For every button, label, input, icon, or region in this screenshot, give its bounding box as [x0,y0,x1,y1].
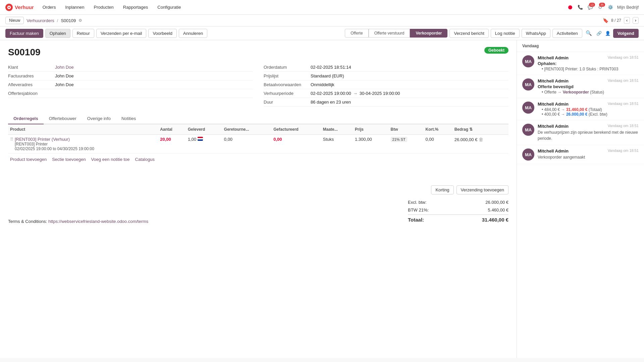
afleveradres-value: John Doe [55,82,74,87]
add-product-link[interactable]: Product toevoegen [10,157,47,162]
tab-notities[interactable]: Notities [116,113,141,124]
volgende-button[interactable]: Volgend [613,29,639,38]
company-name[interactable]: Mijn Bedrijf [617,5,639,10]
step-offerte-verstuurd[interactable]: Offerte verstuurd [369,29,410,38]
nav-rapportages[interactable]: Rapportages [120,3,151,11]
nav-prev-button[interactable]: ‹ [624,17,630,24]
avatar-1: MA [522,55,534,67]
col-btw: Btw [389,124,424,135]
verzending-toevoegen-button[interactable]: Verzending toevoegen [457,185,508,194]
nav-next-button[interactable]: › [633,17,639,24]
msg-content-1: Mitchell Admin Vandaag om 18:51 Ophalen:… [538,55,639,71]
tab-overige-info[interactable]: Overige info [82,113,116,124]
nav-inplannen[interactable]: Inplannen [62,3,88,11]
excl-btw-label: Excl. btw: [408,200,427,205]
nav-producten[interactable]: Producten [91,3,117,11]
cell-prijs[interactable]: 1.300,00 [353,135,389,154]
breadcrumb-separator: / [57,18,58,23]
cell-aantal[interactable]: 20,00 [158,135,186,154]
chat-message-4: MA Mitchell Admin Vandaag om 18:51 De ve… [517,120,644,145]
msg-content-4: Mitchell Admin Vandaag om 18:51 De verhu… [538,124,639,141]
chatter-date-header: Vandaag [517,40,644,52]
col-aantal: Aantal [158,124,186,135]
prijslijst-label: Prijslijst [264,73,311,78]
factuur-maken-button[interactable]: Factuur maken [5,29,43,38]
action-bar: Factuur maken Ophalen Retour Verzenden p… [0,26,644,40]
annuleren-button[interactable]: Annuleren [179,29,207,38]
sort-handle[interactable]: ⠿ [10,137,13,142]
verzend-bericht-button[interactable]: Verzend bericht [449,29,488,38]
tax-badge: 21% ST [391,137,407,142]
retour-button[interactable]: Retour [72,29,94,38]
msg-header-4: Mitchell Admin Vandaag om 18:51 [538,124,639,129]
product-name[interactable]: [RENT003] Printer (Verhuur) [15,137,94,142]
gefactureerd-value: 0,00 [273,137,282,142]
klant-value[interactable]: John Doe [55,65,74,70]
totals-section: Korting Verzending toevoegen Terms & Con… [8,185,508,224]
voorbeeld-button[interactable]: Voorbeeld [148,29,177,38]
totals-table: Excl. btw: 26.000,00 € BTW 21%: 5.460,00… [408,198,508,224]
excl-btw-value: 26.000,00 € [485,200,508,205]
settings-icon[interactable]: ⚙️ [607,4,614,11]
geleverd-value: 1,00 [188,137,196,142]
msg-author-3: Mitchell Admin [538,102,569,107]
activiteiten-button[interactable]: Activiteiten [552,29,582,38]
step-verkooporder[interactable]: Verkooporder [410,29,447,38]
chat-message-5: MA Mitchell Admin Vandaag om 18:51 Verko… [517,145,644,164]
top-nav: Verhuur Orders Inplannen Producten Rappo… [0,0,644,15]
verhuurperiode-label: Verhuurperiode [264,91,311,96]
whatsapp-button[interactable]: WhatsApp [522,29,550,38]
bookmark-icon[interactable]: 🔖 [603,18,608,23]
korting-button[interactable]: Korting [431,185,453,194]
link-icon[interactable]: 🔗 [596,30,602,37]
col-kort: Kort.% [424,124,452,135]
delete-row-icon[interactable]: 🗑 [479,137,483,142]
product-sub1: [RENT003] Printer [15,142,94,146]
phone-icon[interactable]: 📞 [577,4,584,11]
main-layout: S00109 Geboekt Klant John Doe Factuuradr… [0,40,644,358]
avatar-3: MA [522,102,534,114]
nav-orders[interactable]: Orders [39,3,59,11]
dot-icon [567,4,574,11]
msg-time-2: Vandaag om 18:51 [608,78,639,83]
msg-body-4: De verhuurprijzen zijn opnieuw berekend … [538,129,639,141]
brand-logo[interactable]: Verhuur [5,4,34,11]
log-notitie-button[interactable]: Log notitie [491,29,520,38]
add-notitie-link[interactable]: Voeg een notitie toe [91,157,130,162]
step-offerte[interactable]: Offerte [345,29,368,38]
cell-geleverd: 1,00 [186,135,222,154]
terms-link[interactable]: https://webservicefriesland-website.odoo… [48,219,148,224]
prijslijst-value: Standaard (EUR) [311,73,344,78]
totaal-value: 31.460,00 € [482,217,508,223]
tab-offertebouwer[interactable]: Offertebouwer [44,113,82,124]
betaalvoorwaarden-label: Betaalvoorwaarden [264,82,311,87]
add-sectie-link[interactable]: Sectie toevoegen [52,157,86,162]
msg-header-3: Mitchell Admin Vandaag om 18:51 [538,102,639,107]
timer-icon[interactable]: ⏱ 35 [597,4,604,11]
factuuradres-label: Factuuradres [8,73,55,78]
msg-content-3: Mitchell Admin Vandaag om 18:51 • 484,00… [538,102,639,117]
catalogus-link[interactable]: Catalogus [135,157,155,162]
ophalen-button[interactable]: Ophalen [45,29,70,38]
user-icon[interactable]: 👤 [604,30,611,37]
msg-author-4: Mitchell Admin [538,124,569,129]
search-icon[interactable]: 🔍 [584,28,594,38]
totaal-row: Totaal: 31.460,00 € [408,215,508,224]
period-arrow: → [353,91,358,96]
msg-bullet-3-0: • 484,00 € → 31.460,00 € (Totaal) [542,107,639,112]
totals-buttons: Korting Verzending toevoegen [8,185,508,194]
msg-author-5: Mitchell Admin [538,148,569,154]
chat-icon[interactable]: 💬 13 [587,4,594,11]
add-links: Product toevoegen Sectie toevoegen Voeg … [8,154,508,165]
msg-time-5: Vandaag om 18:51 [608,148,639,154]
breadcrumb-gear-icon[interactable]: ⚙ [78,18,82,23]
new-button[interactable]: Nieuw [5,17,24,24]
breadcrumb-parent[interactable]: Verhuurorders [26,18,54,23]
verzenden-email-button[interactable]: Verzenden per e-mail [96,29,147,38]
col-product: Product [8,124,158,135]
field-offertesjabloon: Offertesjabloon [8,89,253,98]
msg-time-1: Vandaag om 18:51 [608,55,639,60]
nav-configuratie[interactable]: Configuratie [154,3,184,11]
terms-section: Terms & Conditions: https://webservicefr… [8,219,148,224]
tab-orderregels[interactable]: Orderregels [8,113,44,124]
